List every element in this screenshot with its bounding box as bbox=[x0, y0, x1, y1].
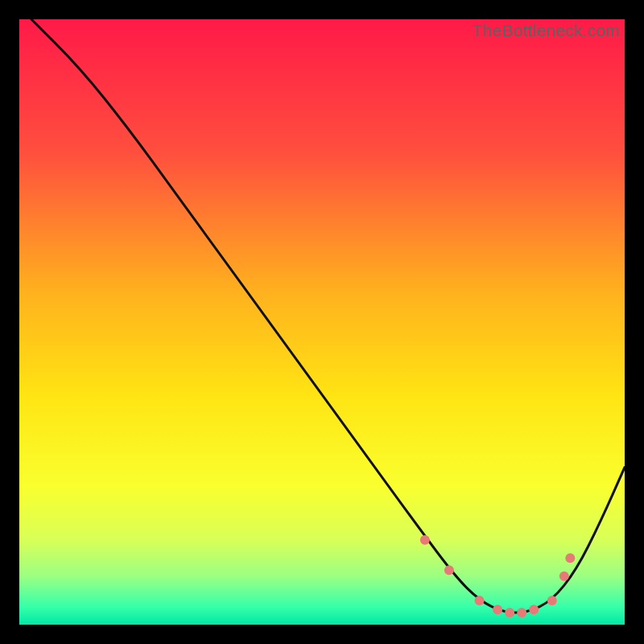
highlight-dot bbox=[517, 608, 526, 617]
highlight-dot bbox=[420, 535, 430, 545]
highlight-dot bbox=[493, 605, 502, 614]
highlight-dot bbox=[559, 572, 569, 581]
highlight-dot bbox=[505, 608, 514, 617]
bottleneck-chart bbox=[19, 19, 625, 625]
highlight-dot bbox=[565, 553, 575, 563]
chart-background bbox=[19, 19, 625, 625]
highlight-dot bbox=[475, 596, 485, 605]
watermark-text: TheBottleneck.com bbox=[473, 21, 620, 40]
chart-frame: TheBottleneck.com bbox=[19, 19, 625, 625]
highlight-dot bbox=[529, 605, 539, 614]
highlight-dot bbox=[547, 596, 557, 605]
highlight-dot bbox=[444, 565, 454, 575]
